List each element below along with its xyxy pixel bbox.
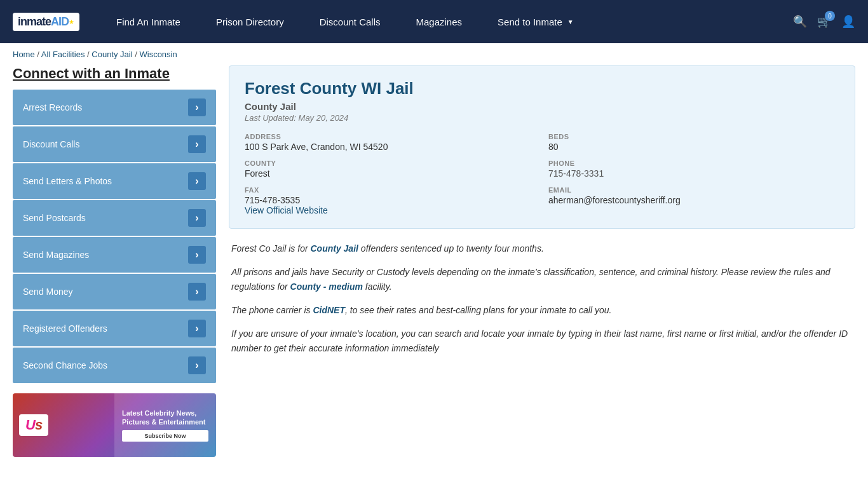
sidebar-item-discount-calls[interactable]: Discount Calls › (13, 126, 216, 162)
dropdown-chevron-icon: ▼ (567, 18, 574, 25)
facility-name: Forest County WI Jail (245, 79, 839, 98)
sidebar-item-label: Send Money (23, 287, 73, 297)
logo-text: inmateAID (18, 15, 69, 29)
breadcrumb-all-facilities[interactable]: All Facilities (41, 50, 85, 59)
logo-container[interactable]: inmateAID ★ (13, 13, 79, 31)
chevron-right-icon: › (188, 135, 206, 153)
email-value: aherman@forestcountysheriff.org (548, 195, 839, 205)
ad-subscribe-button[interactable]: Subscribe Now (122, 430, 208, 442)
sidebar-item-send-money[interactable]: Send Money › (13, 274, 216, 309)
detail-county: COUNTY Forest (245, 159, 536, 179)
chevron-right-icon: › (188, 98, 206, 116)
ad-logo: Us (19, 414, 48, 436)
sidebar-item-label: Discount Calls (23, 139, 79, 149)
sidebar-item-send-letters[interactable]: Send Letters & Photos › (13, 163, 216, 199)
desc-para-1: Forest Co Jail is for County Jail offend… (231, 241, 853, 256)
chevron-right-icon: › (188, 283, 206, 301)
beds-label: BEDS (548, 133, 839, 140)
address-label: ADDRESS (245, 133, 536, 140)
sidebar-item-second-chance-jobs[interactable]: Second Chance Jobs › (13, 348, 216, 383)
breadcrumb: Home / All Facilities / County Jail / Wi… (0, 43, 868, 65)
sidebar-item-registered-offenders[interactable]: Registered Offenders › (13, 311, 216, 346)
sidebar-title: Connect with an Inmate (13, 65, 216, 82)
facility-website-link[interactable]: View Official Website (245, 205, 328, 215)
facility-last-updated: Last Updated: May 20, 2024 (245, 113, 839, 123)
sidebar: Connect with an Inmate Arrest Records › … (13, 65, 216, 457)
sidebar-ad[interactable]: Us Latest Celebrity News, Pictures & Ent… (13, 393, 216, 457)
navbar-icons: 🔍 🛒 0 👤 (793, 15, 855, 29)
desc-para-3: The phone carrier is CidNET, to see thei… (231, 303, 853, 318)
county-label: COUNTY (245, 159, 536, 167)
breadcrumb-state[interactable]: Wisconsin (139, 50, 177, 59)
cart-icon[interactable]: 🛒 0 (817, 15, 831, 29)
logo-box: inmateAID ★ (13, 13, 79, 31)
desc-para-2: All prisons and jails have Security or C… (231, 265, 853, 294)
chevron-right-icon: › (188, 209, 206, 227)
nav-prison-directory[interactable]: Prison Directory (198, 0, 302, 43)
breadcrumb-home[interactable]: Home (13, 50, 35, 59)
logo-star: ★ (69, 18, 74, 25)
sidebar-item-arrest-records[interactable]: Arrest Records › (13, 90, 216, 125)
sidebar-item-label: Send Postcards (23, 213, 86, 223)
email-label: EMAIL (548, 186, 839, 194)
detail-email: EMAIL aherman@forestcountysheriff.org (548, 186, 839, 205)
chevron-right-icon: › (188, 320, 206, 337)
nav-find-inmate[interactable]: Find An Inmate (98, 0, 198, 43)
detail-address: ADDRESS 100 S Park Ave, Crandon, WI 5452… (245, 133, 536, 152)
nav-send-to-inmate[interactable]: Send to Inmate ▼ (480, 0, 592, 43)
user-icon[interactable]: 👤 (841, 15, 855, 29)
beds-value: 80 (548, 142, 839, 152)
county-jail-link-1[interactable]: County Jail (310, 243, 358, 254)
search-icon[interactable]: 🔍 (793, 15, 807, 29)
main-content: Connect with an Inmate Arrest Records › … (0, 65, 868, 470)
sidebar-item-label: Send Letters & Photos (23, 176, 112, 186)
chevron-right-icon: › (188, 246, 206, 264)
fax-label: FAX (245, 186, 536, 194)
chevron-right-icon: › (188, 356, 206, 374)
navbar: inmateAID ★ Find An Inmate Prison Direct… (0, 0, 868, 43)
ad-text: Latest Celebrity News, Pictures & Entert… (122, 409, 208, 427)
chevron-right-icon: › (188, 172, 206, 190)
sidebar-menu: Arrest Records › Discount Calls › Send L… (13, 90, 216, 383)
county-medium-link[interactable]: County - medium (290, 281, 363, 292)
ad-left: Us (13, 408, 114, 442)
nav-discount-calls[interactable]: Discount Calls (302, 0, 398, 43)
nav-magazines[interactable]: Magazines (398, 0, 480, 43)
phone-value: 715-478-3331 (548, 168, 839, 179)
sidebar-item-label: Send Magazines (23, 250, 89, 260)
facility-type: County Jail (245, 101, 839, 112)
sidebar-item-label: Registered Offenders (23, 323, 107, 334)
sidebar-item-label: Second Chance Jobs (23, 360, 107, 370)
breadcrumb-county-jail[interactable]: County Jail (92, 50, 132, 59)
sidebar-item-label: Arrest Records (23, 102, 82, 112)
facility-card: Forest County WI Jail County Jail Last U… (229, 65, 855, 229)
cart-badge: 0 (825, 11, 835, 21)
facility-section: Forest County WI Jail County Jail Last U… (229, 65, 855, 457)
detail-beds: BEDS 80 (548, 133, 839, 152)
sidebar-item-send-postcards[interactable]: Send Postcards › (13, 200, 216, 236)
navbar-links: Find An Inmate Prison Directory Discount… (98, 0, 793, 43)
address-value: 100 S Park Ave, Crandon, WI 54520 (245, 142, 536, 152)
detail-phone: PHONE 715-478-3331 (548, 159, 839, 179)
detail-fax: FAX 715-478-3535 (245, 186, 536, 205)
desc-para-4: If you are unsure of your inmate’s locat… (231, 327, 853, 356)
fax-value: 715-478-3535 (245, 195, 536, 205)
cidnet-link[interactable]: CidNET (313, 305, 345, 315)
facility-details: ADDRESS 100 S Park Ave, Crandon, WI 5452… (245, 133, 839, 205)
sidebar-item-send-magazines[interactable]: Send Magazines › (13, 237, 216, 273)
county-value: Forest (245, 168, 536, 179)
phone-label: PHONE (548, 159, 839, 167)
description-section: Forest Co Jail is for County Jail offend… (229, 241, 855, 356)
logo-aid: AID (51, 15, 69, 28)
ad-right: Latest Celebrity News, Pictures & Entert… (114, 393, 216, 457)
